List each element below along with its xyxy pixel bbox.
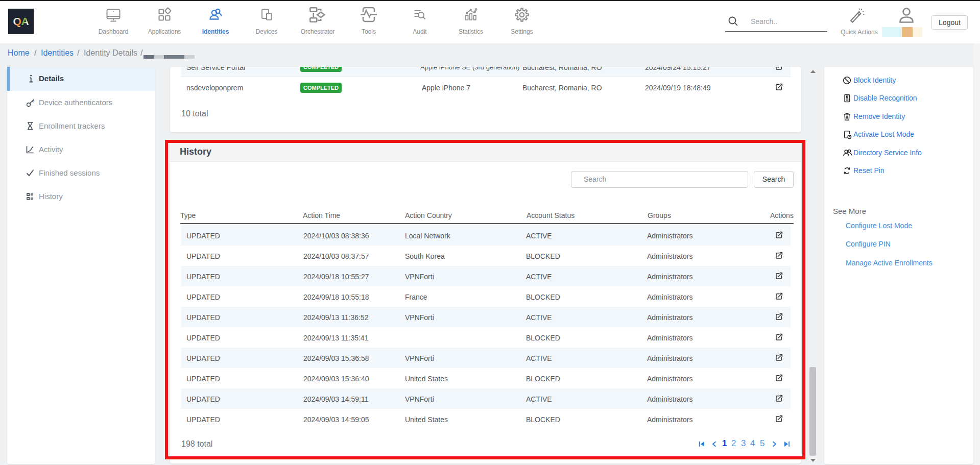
svg-text:A: A <box>21 15 29 27</box>
svg-text:Q: Q <box>13 15 21 27</box>
